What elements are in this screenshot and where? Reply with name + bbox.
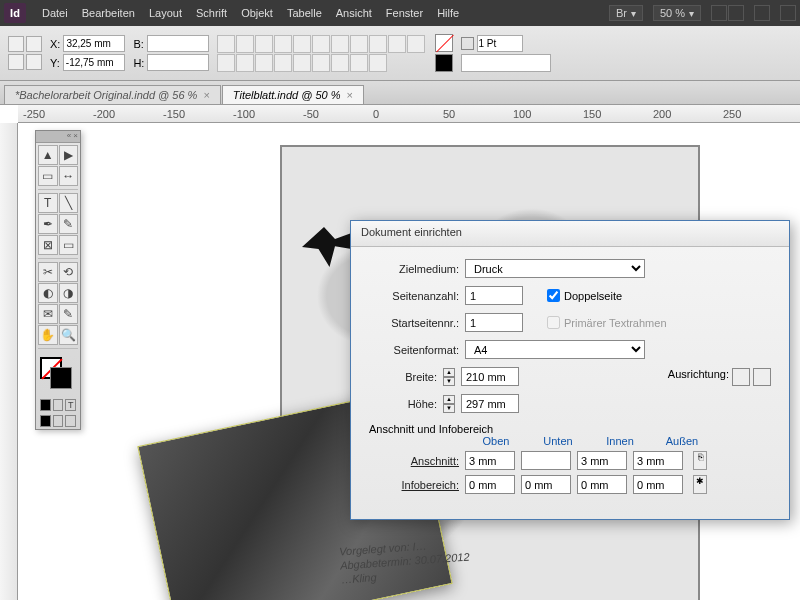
ref-point-grid[interactable] bbox=[8, 36, 42, 70]
slug-outside-field[interactable] bbox=[633, 475, 683, 494]
hand-tool[interactable]: ✋ bbox=[38, 325, 58, 345]
pen-tool[interactable]: ✒ bbox=[38, 214, 58, 234]
free-transform-tool[interactable]: ⟲ bbox=[59, 262, 79, 282]
spinner-down-icon[interactable]: ▼ bbox=[443, 404, 455, 413]
workspace-toggle[interactable] bbox=[780, 5, 796, 21]
tool-icon[interactable] bbox=[312, 35, 330, 53]
x-field[interactable] bbox=[63, 35, 125, 52]
tool-icon[interactable] bbox=[331, 54, 349, 72]
tool-icon[interactable] bbox=[255, 54, 273, 72]
tool-icon[interactable] bbox=[236, 35, 254, 53]
tool-icon[interactable] bbox=[369, 54, 387, 72]
page-tool[interactable]: ▭ bbox=[38, 166, 58, 186]
h-label: H: bbox=[133, 57, 144, 69]
menu-item[interactable]: Datei bbox=[42, 7, 68, 19]
document-setup-dialog: Dokument einrichten Zielmedium: Druck Se… bbox=[350, 220, 790, 520]
pages-field[interactable] bbox=[465, 286, 523, 305]
bleed-outside-field[interactable] bbox=[633, 451, 683, 470]
zoom-dropdown[interactable]: 50 %▾ bbox=[653, 5, 701, 21]
tool-icon[interactable] bbox=[350, 35, 368, 53]
menu-item[interactable]: Fenster bbox=[386, 7, 423, 19]
fill-swatch[interactable] bbox=[435, 34, 453, 52]
menu-item[interactable]: Objekt bbox=[241, 7, 273, 19]
gradient-tool[interactable]: ◐ bbox=[38, 283, 58, 303]
slug-top-field[interactable] bbox=[465, 475, 515, 494]
startpage-field[interactable] bbox=[465, 313, 523, 332]
stroke-style-dropdown[interactable] bbox=[461, 54, 551, 72]
tool-icon[interactable] bbox=[274, 54, 292, 72]
portrait-icon[interactable] bbox=[732, 368, 750, 386]
close-icon[interactable]: × bbox=[203, 89, 209, 101]
facing-pages-checkbox[interactable] bbox=[547, 289, 560, 302]
tool-icon[interactable] bbox=[369, 35, 387, 53]
close-icon[interactable]: × bbox=[347, 89, 353, 101]
menu-item[interactable]: Bearbeiten bbox=[82, 7, 135, 19]
tool-icon[interactable] bbox=[236, 54, 254, 72]
height-field[interactable] bbox=[461, 394, 519, 413]
zoom-tool[interactable]: 🔍 bbox=[59, 325, 79, 345]
type-tool[interactable]: T bbox=[38, 193, 58, 213]
note-tool[interactable]: ✉ bbox=[38, 304, 58, 324]
line-tool[interactable]: ╲ bbox=[59, 193, 79, 213]
y-field[interactable] bbox=[63, 54, 125, 71]
tool-icon[interactable] bbox=[293, 54, 311, 72]
eyedropper-tool[interactable]: ✎ bbox=[59, 304, 79, 324]
preview-view-icon[interactable] bbox=[53, 415, 64, 427]
pagesize-dropdown[interactable]: A4 bbox=[465, 340, 645, 359]
stroke-swatch[interactable] bbox=[435, 54, 453, 72]
rectangle-frame-tool[interactable]: ⊠ bbox=[38, 235, 58, 255]
tool-icon[interactable] bbox=[407, 35, 425, 53]
rectangle-tool[interactable]: ▭ bbox=[59, 235, 79, 255]
bridge-button[interactable]: Br▾ bbox=[609, 5, 643, 21]
direct-selection-tool[interactable]: ▶ bbox=[59, 145, 79, 165]
panel-grip[interactable]: « × bbox=[36, 131, 80, 143]
menu-item[interactable]: Ansicht bbox=[336, 7, 372, 19]
gradient-feather-tool[interactable]: ◑ bbox=[59, 283, 79, 303]
tool-icon[interactable] bbox=[274, 35, 292, 53]
formatting-text-icon[interactable]: T bbox=[65, 399, 76, 411]
tool-icon[interactable] bbox=[217, 35, 235, 53]
screen-mode-toggle[interactable] bbox=[711, 5, 744, 21]
tool-icon[interactable] bbox=[388, 35, 406, 53]
slug-bottom-field[interactable] bbox=[521, 475, 571, 494]
spinner-down-icon[interactable]: ▼ bbox=[443, 377, 455, 386]
fill-stroke-swatch[interactable] bbox=[40, 357, 76, 393]
apply-gradient-icon[interactable] bbox=[53, 399, 64, 411]
h-field[interactable] bbox=[147, 54, 209, 71]
intent-dropdown[interactable]: Druck bbox=[465, 259, 645, 278]
landscape-icon[interactable] bbox=[753, 368, 771, 386]
pencil-tool[interactable]: ✎ bbox=[59, 214, 79, 234]
tool-icon[interactable] bbox=[217, 54, 235, 72]
tool-icon[interactable] bbox=[312, 54, 330, 72]
selection-tool[interactable]: ▲ bbox=[38, 145, 58, 165]
link-values-icon[interactable]: ⎘ bbox=[693, 451, 707, 470]
doc-tab[interactable]: *Bachelorarbeit Original.indd @ 56 %× bbox=[4, 85, 221, 104]
spinner-up-icon[interactable]: ▲ bbox=[443, 395, 455, 404]
bleed-top-field[interactable] bbox=[465, 451, 515, 470]
link-values-icon[interactable]: ✱ bbox=[693, 475, 707, 494]
arrange-toggle[interactable] bbox=[754, 5, 770, 21]
gap-tool[interactable]: ↔ bbox=[59, 166, 79, 186]
spinner-up-icon[interactable]: ▲ bbox=[443, 368, 455, 377]
bleed-inside-field[interactable] bbox=[577, 451, 627, 470]
tool-icon[interactable] bbox=[331, 35, 349, 53]
col-bottom: Unten bbox=[531, 435, 585, 447]
bleed-view-icon[interactable] bbox=[65, 415, 76, 427]
apply-color-icon[interactable] bbox=[40, 399, 51, 411]
width-field[interactable] bbox=[461, 367, 519, 386]
stroke-weight-field[interactable] bbox=[477, 35, 523, 52]
tool-icon[interactable] bbox=[255, 35, 273, 53]
scissors-tool[interactable]: ✂ bbox=[38, 262, 58, 282]
w-label: B: bbox=[133, 38, 143, 50]
normal-view-icon[interactable] bbox=[40, 415, 51, 427]
doc-tab[interactable]: Titelblatt.indd @ 50 %× bbox=[222, 85, 364, 104]
w-field[interactable] bbox=[147, 35, 209, 52]
menu-item[interactable]: Hilfe bbox=[437, 7, 459, 19]
tool-icon[interactable] bbox=[293, 35, 311, 53]
bleed-bottom-field[interactable] bbox=[521, 451, 571, 470]
menu-item[interactable]: Tabelle bbox=[287, 7, 322, 19]
slug-inside-field[interactable] bbox=[577, 475, 627, 494]
tool-icon[interactable] bbox=[350, 54, 368, 72]
menu-item[interactable]: Layout bbox=[149, 7, 182, 19]
menu-item[interactable]: Schrift bbox=[196, 7, 227, 19]
